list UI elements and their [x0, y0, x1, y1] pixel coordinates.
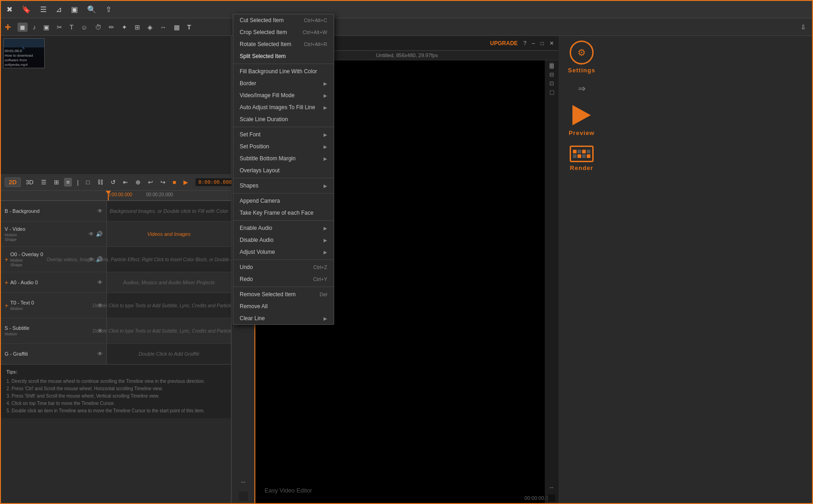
redo-button[interactable]: ↪ [158, 178, 168, 187]
menu-item-append-camera[interactable]: Append Camera [233, 195, 334, 207]
track-content-overlay0[interactable]: Overlay videos, Images, Icons, Particle … [107, 247, 231, 272]
loop-button[interactable]: ↺ [108, 178, 118, 187]
link-button[interactable]: ⛓ [95, 178, 106, 187]
menu-item-adjust-volume[interactable]: Adjust Volume▶ [233, 246, 334, 258]
menu-item-border[interactable]: Border▶ [233, 77, 334, 89]
menu-item-remove-all[interactable]: Remove All [233, 300, 334, 312]
close-button[interactable]: ✕ [549, 40, 554, 47]
bookmark-icon[interactable]: 🔖 [20, 4, 33, 15]
track-content-graffiti[interactable]: Double Click to Add Graffiti [107, 344, 231, 364]
track-sub-subtitle: Motion [5, 332, 29, 336]
stop-button[interactable]: ■ [171, 178, 179, 187]
asset-item[interactable]: ▶ 00:01:00.0 How to downloadsoftware fro… [3, 38, 45, 68]
text-icon[interactable]: T [67, 23, 76, 32]
add-button[interactable]: + [5, 21, 11, 34]
brush-icon[interactable]: ✏ [106, 23, 117, 32]
menu-item-split-selected-item[interactable]: Split Selected Item [233, 50, 334, 62]
timeline-ruler[interactable]: 0:00:00.000 00:00:20.000 00:01:00.000 00… [1, 191, 231, 201]
clip-icon[interactable]: ▣ [41, 23, 52, 32]
video-icon[interactable]: ◼ [18, 23, 28, 32]
v-icon-2[interactable]: ⊟ [549, 71, 554, 78]
track-content-video[interactable]: Videos and Images [107, 222, 231, 246]
track-content-text0[interactable]: Double Click to type Texts or Add Subtit… [107, 293, 231, 318]
render-icon-box [570, 146, 594, 162]
upgrade-button[interactable]: UPGRADE [490, 40, 518, 47]
menu-item-rotate-selected-item[interactable]: Rotate Selected ItemCtrl+Alt+R [233, 38, 334, 50]
import-icon[interactable]: ⇩ [798, 23, 808, 32]
trim-icon[interactable]: ✂ [54, 23, 65, 32]
eye-icon-video[interactable]: 👁 [88, 231, 94, 237]
help-button[interactable]: ? [523, 40, 526, 47]
menu-item-undo[interactable]: UndoCtrl+Z [233, 261, 334, 273]
speaker-icon-video[interactable]: 🔊 [96, 231, 103, 237]
color-box[interactable] [548, 494, 555, 502]
track-hint-subtitle: Double Click to type Texts or Add Subtit… [93, 328, 231, 334]
menu-item-overlays-layout[interactable]: Overlays Layout [233, 164, 334, 176]
color-swatch[interactable] [239, 492, 248, 501]
render-action[interactable]: Render [570, 146, 594, 171]
add-icon-overlay0[interactable]: + [5, 256, 8, 263]
add-icon-audio0[interactable]: + [5, 279, 8, 286]
extend-button[interactable]: ⇤ [121, 178, 130, 187]
track-content-audio0[interactable]: Audios, Musics and Audio Mixer Projects [107, 272, 231, 293]
add-track-button[interactable]: □ [84, 178, 92, 187]
emoji-icon[interactable]: ☺ [79, 23, 90, 32]
menu-item-redo[interactable]: RedoCtrl+Y [233, 273, 334, 285]
star-icon[interactable]: ✦ [119, 23, 130, 32]
list-view-button[interactable]: ☰ [39, 178, 49, 187]
menu-icon[interactable]: ✖ [5, 4, 14, 15]
menu-item-cut-selected-item[interactable]: Cut Selected ItemCtrl+Alt+C [233, 14, 334, 26]
split-view-button[interactable]: | [75, 178, 81, 187]
menu-item-scale-line-duration[interactable]: Scale Line Duration [233, 113, 334, 125]
wand-icon[interactable]: ◈ [145, 23, 155, 32]
menu-item-set-font[interactable]: Set Font▶ [233, 129, 334, 141]
chart-icon[interactable]: ▦ [171, 23, 182, 32]
add-icon-text0[interactable]: + [5, 302, 8, 309]
timer-icon[interactable]: ⏱ [93, 23, 104, 32]
playhead[interactable] [108, 191, 109, 200]
menu-item-subtitle-bottom-margin[interactable]: Subtitle Bottom Margin▶ [233, 152, 334, 164]
preview-action[interactable]: Preview [569, 103, 595, 136]
play-button[interactable]: ▶ [181, 178, 190, 187]
eye-icon-audio0[interactable]: 👁 [97, 279, 103, 286]
v-icon-4[interactable]: ▢ [549, 89, 554, 95]
menu-item-remove-selected-item[interactable]: Remove Selected ItemDel [233, 288, 334, 300]
menu-item-take-key-frame-of-each-face[interactable]: Take Key Frame of each Face [233, 207, 334, 219]
v-icon-1[interactable]: ⊞ [549, 63, 554, 69]
eye-icon-graffiti[interactable]: 👁 [97, 351, 103, 357]
eye-icon-background[interactable]: 👁 [97, 208, 103, 214]
menu-item-auto-adjust-images-to-fill-line[interactable]: Auto Adjust Images To Fill Line▶ [233, 101, 334, 113]
audio-icon[interactable]: ♪ [30, 23, 38, 32]
grid-view-button[interactable]: ⊞ [52, 178, 61, 187]
split-icon[interactable]: ⊿ [54, 4, 64, 15]
panel-icon-5[interactable]: ↔ [235, 474, 252, 490]
export-icon[interactable]: ⇧ [104, 4, 113, 15]
menu-item-video/image-fill-mode[interactable]: Video/Image Fill Mode▶ [233, 89, 334, 101]
add-button[interactable]: ⊕ [133, 178, 143, 187]
3d-mode-button[interactable]: 3D [24, 178, 36, 187]
track-content-subtitle[interactable]: Double Click to type Texts or Add Subtit… [107, 318, 231, 343]
v-icon-3[interactable]: ⊡ [549, 80, 554, 87]
arrow-icon[interactable]: ↔ [158, 23, 169, 32]
track-content-background[interactable]: Background Images, or Double click to Fi… [107, 201, 231, 221]
search-icon[interactable]: 🔍 [85, 4, 98, 15]
grid-icon[interactable]: ⊞ [132, 23, 142, 32]
panel-icon[interactable]: ▣ [69, 4, 80, 15]
menu-item-set-position[interactable]: Set Position▶ [233, 141, 334, 152]
minimize-button[interactable]: – [532, 40, 535, 47]
font-icon[interactable]: T [185, 23, 194, 32]
settings-action[interactable]: ⚙ Settings [568, 41, 595, 74]
menu-item-clear-line[interactable]: Clear Line▶ [233, 312, 334, 324]
menu-item-shapes[interactable]: Shapes▶ [233, 180, 334, 192]
v-icon-5[interactable]: ↔ [549, 484, 554, 491]
2d-mode-button[interactable]: 2D [5, 177, 21, 187]
menu-item-fill-background-line-with-color[interactable]: Fill Background Line With Color [233, 65, 334, 77]
undo-button[interactable]: ↩ [146, 178, 155, 187]
timeline-view-button[interactable]: ≡ [64, 178, 72, 187]
list-icon[interactable]: ☰ [38, 4, 48, 15]
menu-item-enable-audio[interactable]: Enable Audio▶ [233, 222, 334, 234]
forward-arrow[interactable]: ⇒ [578, 83, 586, 94]
menu-item-disable-audio[interactable]: Disable Audio▶ [233, 234, 334, 246]
maximize-button[interactable]: □ [541, 40, 544, 47]
menu-item-crop-selected-item[interactable]: Crop Selected ItemCtrl+Alt+W [233, 26, 334, 38]
